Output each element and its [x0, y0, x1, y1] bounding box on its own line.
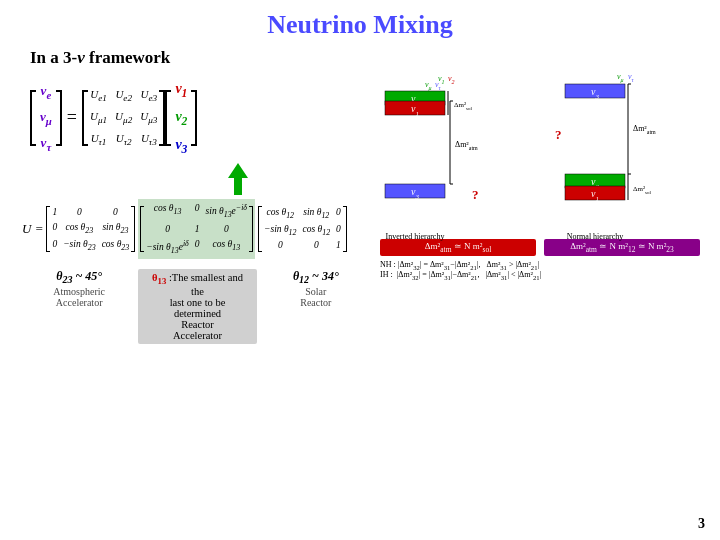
u-mu2: Uμ2 [115, 107, 132, 129]
svg-text:Normal hierarchy: Normal hierarchy [567, 232, 624, 241]
slide-title: Neutrino Mixing [20, 10, 700, 40]
svg-text:νμ: νμ [425, 80, 432, 91]
u-mu3: Uμ3 [140, 107, 157, 129]
theta13-source1: Reactor [146, 319, 248, 330]
theta12-col: θ12 ~ 34° Solar Reactor [257, 269, 375, 344]
nh-equation: NH : |Δm²32| = Δm²31−|Δm²21|, Δm²31 > |Δ… [380, 260, 700, 271]
u-tau3: Uτ3 [140, 129, 157, 151]
nu-mass-vector: ν1 ν2 ν3 [165, 76, 197, 159]
svg-marker-0 [228, 163, 248, 195]
svg-text:Δm²sol: Δm²sol [454, 101, 472, 111]
ih-equation: IH : |Δm²32| = |Δm²31|−Δm²21, |Δm²31| < … [380, 270, 700, 281]
theta13-source2: Accelerator [146, 330, 248, 341]
u-matrix-reactor: cos θ130sin θ13e−iδ 010 −sin θ13eiδ0cos … [138, 199, 255, 259]
u-matrix: Ue1 Ue2 Ue3 Uμ1 Uμ2 Uμ3 Uτ1 Uτ2 Uτ3 [82, 85, 165, 150]
theta23-col: θ23 ~ 45° Atmospheric Accelerator [20, 269, 138, 344]
theta23-source1: Atmospheric [20, 286, 138, 297]
u-tau1: Uτ1 [90, 129, 107, 151]
svg-text:ν2: ν2 [448, 74, 455, 85]
svg-text:?: ? [555, 127, 562, 142]
nu-tau-label: ντ [41, 131, 52, 157]
u-matrix-solar: cos θ12sin θ120 −sin θ12cos θ120 001 [258, 205, 347, 255]
theta13-symbol: θ13 [152, 272, 166, 283]
svg-text:νμ: νμ [617, 72, 624, 83]
theta23-source2: Accelerator [20, 297, 138, 308]
u-matrix-grid: Ue1 Ue2 Ue3 Uμ1 Uμ2 Uμ3 Uτ1 Uτ2 Uτ3 [90, 85, 157, 150]
page-number: 3 [698, 516, 705, 532]
nu-e-label: νe [41, 79, 52, 105]
green-arrow-container [100, 163, 375, 195]
theta13-col: θ13 :The smallest and thelast one to be … [138, 269, 256, 344]
u-mu1: Uμ1 [90, 107, 107, 129]
svg-text:ν1: ν1 [438, 74, 445, 85]
equals-sign: = [67, 107, 77, 128]
svg-text:Inverted hierarchy: Inverted hierarchy [386, 232, 445, 241]
nu2-label: ν2 [175, 104, 187, 132]
theta13-desc: :The smallest and thelast one to be dete… [169, 272, 243, 319]
presentation-slide: Neutrino Mixing In a 3-ν framework νe νμ… [0, 0, 720, 540]
bottom-angles-row: θ23 ~ 45° Atmospheric Accelerator θ13 :T… [20, 269, 375, 344]
theta23-symbol: θ23 ~ 45° [20, 269, 138, 285]
u-matrix-atm: 100 0cos θ23sin θ23 0−sin θ23cos θ23 [46, 205, 135, 255]
u-tau2: Uτ2 [115, 129, 132, 151]
u-e3: Ue3 [140, 85, 157, 107]
svg-text:ντ: ντ [628, 72, 635, 83]
slide-subtitle: In a 3-ν framework [30, 48, 700, 68]
hierarchy-diagram: ν3 Δm²atm ν2 ν1 Δm²sol ? [380, 69, 685, 244]
u-e2: Ue2 [115, 85, 132, 107]
theta13-box: θ13 :The smallest and thelast one to be … [138, 269, 256, 344]
svg-text:Δm²sol: Δm²sol [633, 185, 651, 195]
svg-text:Δm²atm: Δm²atm [455, 140, 478, 151]
hierarchy-svg: ν3 Δm²atm ν2 ν1 Δm²sol ? [380, 69, 685, 247]
nu1-label: ν1 [175, 76, 187, 104]
svg-text:Δm²atm: Δm²atm [633, 124, 656, 135]
down-arrow-icon [223, 163, 253, 195]
u-decomp-label: U = [22, 221, 43, 237]
theta12-source1: Solar [257, 286, 375, 297]
nu-mu-label: νμ [40, 105, 52, 131]
nu-flavor-vector: νe νμ ντ [30, 79, 62, 157]
svg-text:?: ? [472, 187, 479, 202]
u-e1: Ue1 [90, 85, 107, 107]
nu3-label: ν3 [175, 132, 187, 160]
theta12-source2: Reactor [257, 297, 375, 308]
nh-ih-equations: NH : |Δm²32| = Δm²31−|Δm²21|, Δm²31 > |Δ… [380, 260, 700, 281]
theta12-symbol: θ12 ~ 34° [257, 269, 375, 285]
